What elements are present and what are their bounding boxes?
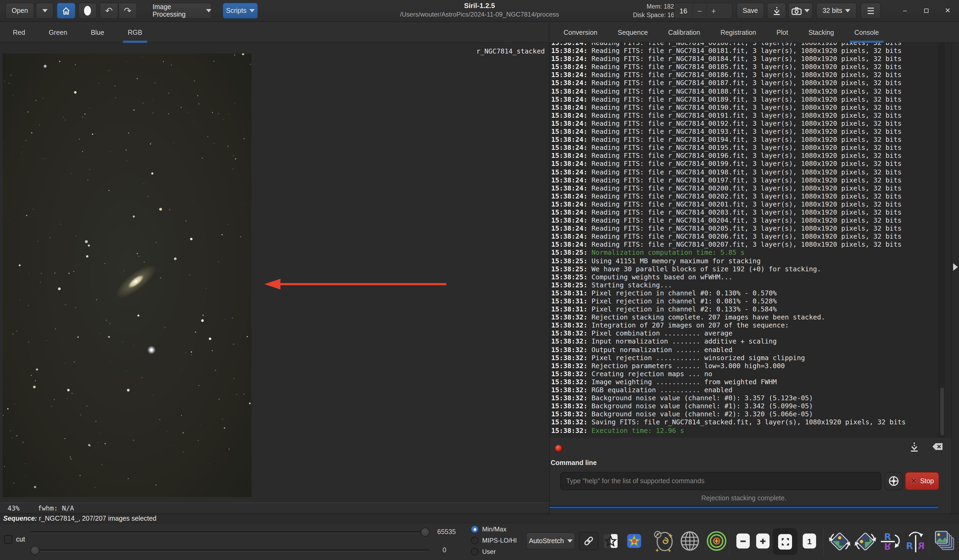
tab-blue[interactable]: Blue: [91, 22, 104, 43]
process-status-text: Rejection stacking complete.: [550, 495, 938, 502]
home-icon: [62, 6, 71, 15]
scripts-button[interactable]: Scripts: [223, 3, 258, 19]
high-slider[interactable]: [30, 528, 430, 537]
maximize-icon: [924, 9, 929, 13]
radio-icon[interactable]: [471, 537, 478, 544]
rotate-right-icon: [854, 530, 876, 553]
home-button[interactable]: [57, 3, 75, 19]
export-log-button[interactable]: [910, 442, 919, 454]
redo-button[interactable]: ↷: [118, 3, 137, 19]
rotate-right-button[interactable]: [854, 530, 876, 553]
record-button[interactable]: [78, 3, 97, 19]
tab-conversion[interactable]: Conversion: [564, 22, 597, 43]
cut-checkbox[interactable]: [4, 535, 12, 544]
close-button[interactable]: ✕: [943, 6, 953, 15]
console-line: 15:38:24: Reading FITS: file r_NGC7814_0…: [551, 46, 945, 54]
camera-icon: [792, 7, 802, 15]
negative-view-button[interactable]: [602, 533, 619, 549]
high-slider-handle[interactable]: [421, 528, 430, 537]
console-line: 15:38:32: RGB equalization .......... en…: [551, 386, 945, 394]
zoom-100-button[interactable]: 1: [803, 533, 816, 549]
tab-red[interactable]: Red: [13, 22, 25, 43]
bit-depth-button[interactable]: 32 bits: [816, 3, 857, 19]
target-icon: [705, 530, 728, 552]
console-line: 15:38:25: Starting stacking...: [551, 281, 945, 289]
fit-to-window-button[interactable]: [773, 528, 797, 555]
flip-horizontal-button[interactable]: R R: [905, 530, 927, 553]
radio-icon[interactable]: [471, 548, 478, 555]
save-as-button[interactable]: [767, 3, 786, 19]
console-line: 15:38:24: Reading FITS: file r_NGC7814_0…: [551, 54, 945, 63]
command-help-button[interactable]: [885, 472, 903, 490]
command-input[interactable]: [560, 472, 881, 490]
zoom-one-icon: 1: [803, 533, 816, 549]
sequence-frames-button[interactable]: [934, 530, 956, 553]
image-processing-button[interactable]: Image Processing: [152, 3, 212, 19]
radio-icon[interactable]: [471, 525, 478, 533]
progress-bar: [550, 506, 938, 509]
snapshot-button[interactable]: [788, 3, 813, 19]
open-button[interactable]: Open: [5, 3, 34, 19]
save-button[interactable]: Save: [736, 3, 764, 19]
high-slider-track[interactable]: [30, 531, 430, 533]
rotate-left-button[interactable]: [828, 530, 851, 553]
panel-collapse-strip[interactable]: [951, 43, 959, 514]
command-line-row: ✕ Stop: [550, 470, 952, 493]
plus-icon[interactable]: +: [706, 3, 720, 18]
low-slider-handle[interactable]: [30, 546, 40, 555]
minimize-button[interactable]: –: [900, 6, 910, 15]
console-log[interactable]: 15:38:24: Reading FITS: file r_NGC7814_0…: [550, 43, 952, 438]
toolbar-separator: [929, 528, 930, 555]
clear-console-button[interactable]: [932, 442, 943, 453]
tab-plot[interactable]: Plot: [776, 22, 788, 43]
celestial-grid-button[interactable]: [680, 531, 700, 551]
viewport-statusbar: 43% fwhm: N/A: [0, 503, 549, 512]
console-line: 15:38:24: Reading FITS: file r_NGC7814_0…: [551, 160, 945, 168]
hamburger-menu-button[interactable]: ☰: [860, 3, 881, 19]
scrollbar-thumb[interactable]: [940, 387, 944, 436]
tab-console[interactable]: Console: [854, 22, 879, 43]
flip-vertical-button[interactable]: R R: [880, 530, 901, 553]
tab-strip: Red Green Blue RGB Conversion Sequence C…: [0, 22, 959, 43]
mode-user-label: User: [482, 548, 496, 555]
console-line: 15:38:24: Reading FITS: file r_NGC7814_0…: [551, 63, 945, 71]
sequence-info-bar: Sequence: r_NGC7814_, 207/207 images sel…: [0, 514, 959, 523]
stop-button[interactable]: ✕ Stop: [905, 472, 939, 490]
photometry-button[interactable]: [705, 530, 728, 552]
undo-button[interactable]: ↶: [100, 3, 118, 19]
low-slider-track[interactable]: [30, 550, 430, 551]
mode-user[interactable]: User: [471, 548, 496, 555]
zoom-level: 43%: [8, 504, 19, 512]
mode-minmax[interactable]: Min/Max: [471, 525, 507, 533]
low-slider[interactable]: [30, 546, 430, 555]
zoom-in-button[interactable]: [756, 533, 769, 549]
record-icon: [84, 6, 91, 16]
console-line: 15:38:24: Reading FITS: file r_NGC7814_0…: [551, 240, 945, 248]
stretch-mode-dropdown[interactable]: AutoStretch: [526, 533, 575, 550]
channel-link-button[interactable]: [579, 532, 598, 550]
tab-registration[interactable]: Registration: [721, 22, 756, 43]
tab-stacking[interactable]: Stacking: [808, 22, 834, 43]
zoom-out-button[interactable]: [736, 533, 750, 549]
minus-icon[interactable]: −: [693, 3, 706, 18]
tab-green[interactable]: Green: [49, 22, 67, 43]
thread-spinner[interactable]: 16 − +: [674, 3, 733, 19]
image-processing-label: Image Processing: [153, 3, 203, 18]
status-led: [555, 445, 562, 452]
open-dropdown-button[interactable]: [36, 3, 54, 19]
tab-calibration[interactable]: Calibration: [668, 22, 700, 43]
chevron-down-icon: [845, 9, 851, 12]
astro-image[interactable]: [3, 54, 252, 497]
console-scrollbar[interactable]: [939, 43, 945, 438]
backspace-icon: [932, 442, 943, 451]
annotations-button[interactable]: [653, 529, 675, 554]
maximize-button[interactable]: [922, 6, 931, 15]
mode-mips[interactable]: MIPS-LO/HI: [471, 537, 517, 544]
window-title-block: Siril-1.2.5 /Users/wouter/AstroPics/2024…: [342, 2, 616, 18]
console-line: 15:38:24: Reading FITS: file r_NGC7814_0…: [551, 119, 945, 127]
false-color-button[interactable]: [626, 533, 642, 549]
sequence-value: r_NGC7814_, 207/207 images selected: [39, 515, 156, 522]
image-viewport[interactable]: r_NGC7814_stacked: [0, 43, 549, 514]
tab-sequence[interactable]: Sequence: [618, 22, 648, 43]
tab-rgb[interactable]: RGB: [127, 22, 142, 43]
